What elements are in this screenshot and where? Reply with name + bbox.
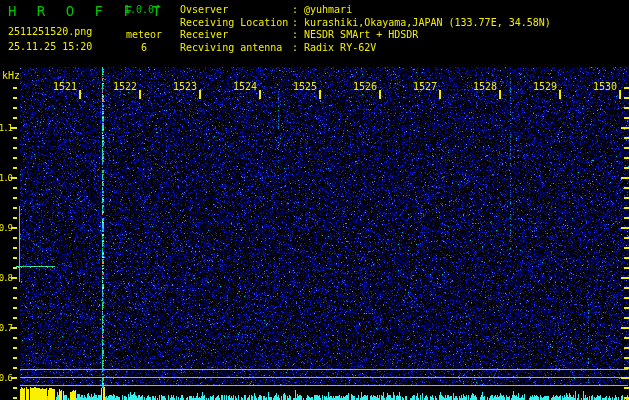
time-axis-label: 1525 (287, 81, 317, 92)
freq-axis-tick-minor (13, 337, 17, 339)
capture-datetime: 25.11.25 15:20 (8, 41, 92, 52)
time-axis-label: 1521 (47, 81, 77, 92)
time-axis-tick (619, 90, 621, 99)
freq-axis-tick-major (11, 377, 17, 379)
right-axis-tick-minor (624, 347, 629, 349)
freq-axis-tick-minor (13, 347, 17, 349)
right-axis-tick-minor (624, 257, 629, 259)
freq-axis-tick-minor (13, 257, 17, 259)
time-axis-tick (319, 90, 321, 99)
freq-axis-tick-minor (13, 357, 17, 359)
station-row-separator: : (292, 29, 298, 40)
time-axis-label: 1526 (347, 81, 377, 92)
right-axis-tick-minor (624, 197, 629, 199)
time-axis-tick (79, 90, 81, 99)
station-row-label: Ovserver (180, 4, 228, 15)
freq-axis-tick-minor (13, 367, 17, 369)
right-axis-tick-minor (624, 107, 629, 109)
freq-axis-tick-minor (13, 237, 17, 239)
station-row: Receiver:NESDR SMArt + HDSDR (180, 29, 620, 41)
time-axis-tick (259, 90, 261, 99)
station-row-separator: : (292, 17, 298, 28)
right-axis-tick-minor (624, 397, 629, 399)
freq-axis-tick-minor (13, 167, 17, 169)
station-row-label: Recviving antenna (180, 42, 282, 53)
freq-axis-tick-minor (13, 207, 17, 209)
freq-axis-tick-minor (13, 147, 17, 149)
right-axis-tick-minor (624, 317, 629, 319)
freq-axis-tick-minor (13, 247, 17, 249)
freq-axis-tick-major (11, 277, 17, 279)
freq-axis-tick-minor (13, 117, 17, 119)
station-row-value: kurashiki,Okayama,JAPAN (133.77E, 34.58N… (304, 17, 551, 28)
freq-axis-tick-minor (13, 397, 17, 399)
right-axis-tick-major (621, 177, 629, 179)
time-axis-label: 1530 (587, 81, 617, 92)
time-axis-label: 1522 (107, 81, 137, 92)
freq-axis-tick-major (11, 227, 17, 229)
station-row-value: @yuhmari (304, 4, 352, 15)
freq-axis-tick-minor (13, 157, 17, 159)
right-axis-tick-minor (624, 97, 629, 99)
right-axis-tick-minor (624, 157, 629, 159)
time-axis-label: 1529 (527, 81, 557, 92)
hrofft-screen: H R O F F T 1.0.0f 2511251520.png meteor… (0, 0, 629, 400)
time-axis-label: 1527 (407, 81, 437, 92)
right-axis-tick-minor (624, 267, 629, 269)
freq-axis-tick-minor (13, 87, 17, 89)
right-axis-tick-major (621, 127, 629, 129)
station-row: Recviving antenna:Radix RY-62V (180, 42, 620, 54)
meteor-counter-label: meteor (126, 29, 162, 40)
station-row: Receiving Location:kurashiki,Okayama,JAP… (180, 17, 620, 29)
freq-axis-tick-minor (13, 317, 17, 319)
freq-axis-tick-minor (13, 297, 17, 299)
freq-axis-tick-major (11, 327, 17, 329)
right-axis-tick-minor (624, 287, 629, 289)
right-axis-tick-minor (624, 137, 629, 139)
app-version: 1.0.0f (124, 4, 160, 15)
freq-axis-tick-minor (13, 187, 17, 189)
station-row-value: Radix RY-62V (304, 42, 376, 53)
right-axis-tick-major (621, 277, 629, 279)
freq-axis-tick-minor (13, 267, 17, 269)
station-row-label: Receiving Location (180, 17, 288, 28)
right-axis-tick-minor (624, 117, 629, 119)
freq-axis-tick-minor (13, 287, 17, 289)
right-axis-tick-minor (624, 167, 629, 169)
right-axis-tick-minor (624, 297, 629, 299)
freq-axis-tick-major (11, 127, 17, 129)
freq-axis-tick-minor (13, 107, 17, 109)
right-axis-tick-minor (624, 207, 629, 209)
time-axis-tick (559, 90, 561, 99)
station-row: Ovserver:@yuhmari (180, 4, 620, 16)
right-axis-tick-minor (624, 237, 629, 239)
spectrogram-canvas (0, 0, 629, 400)
time-axis-label: 1523 (167, 81, 197, 92)
meteor-counter-value: 6 (141, 42, 147, 53)
freq-axis-tick-minor (13, 217, 17, 219)
freq-axis-tick-minor (13, 307, 17, 309)
right-axis-tick-major (621, 327, 629, 329)
capture-filename: 2511251520.png (8, 26, 92, 37)
right-axis-tick-minor (624, 247, 629, 249)
station-row-separator: : (292, 4, 298, 15)
freq-axis-tick-minor (13, 97, 17, 99)
right-axis-tick-minor (624, 147, 629, 149)
right-axis-tick-minor (624, 187, 629, 189)
right-axis-tick-major (621, 377, 629, 379)
time-axis-tick (379, 90, 381, 99)
time-axis-tick (499, 90, 501, 99)
freq-axis-tick-minor (13, 137, 17, 139)
freq-axis-tick-minor (13, 387, 17, 389)
right-axis-tick-minor (624, 337, 629, 339)
station-row-label: Receiver (180, 29, 228, 40)
right-axis-tick-major (621, 227, 629, 229)
right-axis-tick-minor (624, 387, 629, 389)
station-row-separator: : (292, 42, 298, 53)
time-axis-tick (139, 90, 141, 99)
right-axis-tick-minor (624, 357, 629, 359)
time-axis-tick (439, 90, 441, 99)
time-axis-label: 1524 (227, 81, 257, 92)
freq-axis-tick-minor (13, 197, 17, 199)
time-axis-tick (199, 90, 201, 99)
